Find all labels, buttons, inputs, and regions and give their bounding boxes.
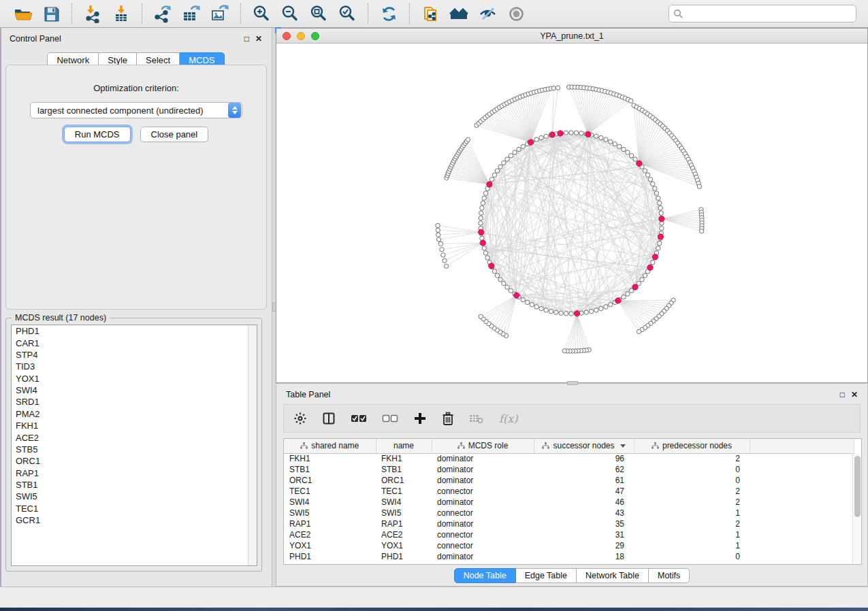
- mcds-result-item[interactable]: GCR1: [12, 514, 257, 526]
- maximize-window-icon[interactable]: [311, 32, 319, 40]
- mcds-result-list[interactable]: PHD1CAR1STP4TID3YOX1SWI4SRD1PMA2FKH1ACE2…: [11, 325, 257, 566]
- column-header-shared-name[interactable]: shared name: [284, 439, 376, 453]
- table-panel: Table Panel □ ✕: [276, 383, 868, 587]
- close-panel-button[interactable]: Close panel: [140, 127, 209, 142]
- mcds-result-item[interactable]: PMA2: [12, 408, 257, 420]
- window-left-edge: [0, 28, 1, 608]
- tab-node-table[interactable]: Node Table: [454, 568, 516, 583]
- float-panel-icon[interactable]: □: [244, 35, 249, 43]
- hide-selected-icon[interactable]: [476, 2, 499, 25]
- zoom-selected-icon[interactable]: [336, 2, 359, 25]
- mcds-result-item[interactable]: ACE2: [12, 431, 257, 443]
- table-row[interactable]: PHD1PHD1dominator180: [284, 551, 854, 562]
- table-toolbar: f(x): [283, 404, 861, 433]
- table-row[interactable]: TEC1TEC1connector472: [284, 486, 854, 497]
- toolbar-separator: [142, 3, 142, 24]
- mcds-result-item[interactable]: SRD1: [12, 396, 257, 408]
- select-all-checkboxes-icon[interactable]: [351, 410, 367, 427]
- network-graph[interactable]: [276, 44, 867, 382]
- table-row[interactable]: SWI5SWI5connector431: [284, 508, 854, 518]
- node-table[interactable]: shared namenameMCDS rolesuccessor nodesp…: [283, 438, 862, 565]
- close-panel-icon[interactable]: ✕: [255, 35, 262, 43]
- mcds-result-item[interactable]: STP4: [12, 349, 257, 361]
- table-row[interactable]: FKH1FKH1dominator962: [284, 453, 854, 464]
- table-panel-title: Table Panel: [286, 390, 834, 399]
- toolbar-separator: [409, 3, 410, 24]
- table-row[interactable]: YOX1YOX1connector291: [284, 540, 854, 551]
- table-scrollbar-thumb[interactable]: [854, 456, 861, 517]
- table-row[interactable]: SWI4SWI4dominator462: [284, 497, 854, 508]
- table-row[interactable]: ORC1ORC1dominator610: [284, 475, 854, 486]
- column-header-empty[interactable]: [750, 439, 854, 453]
- search-input[interactable]: [686, 9, 852, 18]
- application-window: Control Panel □ ✕ NetworkStyleSelectMCDS…: [0, 0, 868, 611]
- neighbors-houses-icon[interactable]: [447, 2, 470, 25]
- column-header-predecessor-nodes[interactable]: predecessor nodes: [634, 439, 750, 453]
- open-icon[interactable]: [11, 2, 34, 25]
- add-column-icon[interactable]: [413, 410, 427, 427]
- search-field[interactable]: [669, 5, 856, 22]
- mcds-result-item[interactable]: FKH1: [12, 420, 257, 431]
- optimization-criterion-select[interactable]: largest connected component (undirected): [30, 102, 242, 118]
- import-table-icon[interactable]: [110, 2, 133, 25]
- tab-network-table[interactable]: Network Table: [577, 568, 649, 583]
- node-table-body: FKH1FKH1dominator962STB1STB1dominator620…: [284, 453, 854, 562]
- mcds-result-item[interactable]: CAR1: [12, 337, 257, 348]
- network-graph-canvas[interactable]: [276, 44, 867, 382]
- delete-icon[interactable]: [442, 410, 454, 427]
- column-header-name[interactable]: name: [376, 439, 432, 453]
- zoom-fit-icon[interactable]: [307, 2, 330, 25]
- mcds-result-title: MCDS result (17 nodes): [12, 313, 110, 323]
- mcds-result-item[interactable]: TID3: [12, 361, 257, 372]
- mcds-result-item[interactable]: YOX1: [12, 373, 257, 384]
- mcds-result-item[interactable]: SWI5: [12, 491, 257, 502]
- export-network-icon[interactable]: [151, 2, 174, 25]
- column-header-successor-nodes[interactable]: successor nodes: [534, 439, 634, 453]
- show-all-icon[interactable]: [504, 2, 528, 25]
- toolbar-separator: [240, 3, 241, 24]
- table-scrollbar[interactable]: [852, 454, 861, 565]
- unselect-all-checkboxes-icon[interactable]: [382, 410, 398, 427]
- document-share-icon[interactable]: [419, 2, 442, 25]
- function-builder-icon: f(x): [499, 410, 517, 427]
- horizontal-splitter-grip[interactable]: [567, 381, 578, 385]
- zoom-in-icon[interactable]: [250, 2, 273, 25]
- zoom-out-icon[interactable]: [278, 2, 302, 25]
- tab-edge-table[interactable]: Edge Table: [516, 568, 577, 583]
- table-row[interactable]: STB1STB1dominator620: [284, 464, 854, 475]
- close-window-icon[interactable]: [283, 32, 291, 40]
- result-list-scrollbar[interactable]: [248, 325, 257, 565]
- save-icon[interactable]: [39, 2, 63, 25]
- control-panel-title: Control Panel: [10, 34, 238, 44]
- network-titlebar[interactable]: YPA_prune.txt_1: [276, 29, 867, 44]
- optimization-criterion-label: Optimization criterion:: [6, 83, 266, 93]
- mcds-result-item[interactable]: ORC1: [12, 455, 257, 467]
- network-title: YPA_prune.txt_1: [276, 31, 867, 41]
- mcds-result-item[interactable]: STB5: [12, 444, 257, 455]
- minimize-window-icon[interactable]: [297, 32, 305, 40]
- export-image-icon[interactable]: [208, 2, 231, 25]
- mcds-result-item[interactable]: RAP1: [12, 467, 257, 479]
- mcds-result-item[interactable]: PHD1: [12, 325, 257, 337]
- table-row[interactable]: ACE2ACE2connector311: [284, 529, 854, 540]
- close-table-panel-icon[interactable]: ✕: [851, 391, 858, 399]
- mcds-result-item[interactable]: TEC1: [12, 503, 257, 514]
- settings-gear-icon[interactable]: [293, 410, 307, 427]
- tree-column-icon: [300, 441, 308, 450]
- import-network-icon[interactable]: [81, 2, 104, 25]
- select-stepper-icon: [228, 103, 241, 118]
- refresh-icon[interactable]: [377, 2, 400, 25]
- toolbar-separator: [368, 3, 368, 24]
- mcds-result-groupbox: MCDS result (17 nodes) PHD1CAR1STP4TID3Y…: [5, 318, 262, 572]
- mcds-result-item[interactable]: STB1: [12, 479, 257, 491]
- table-row[interactable]: RAP1RAP1dominator352: [284, 518, 854, 529]
- table-tabs: Node TableEdge TableNetwork TableMotifs: [276, 568, 867, 583]
- run-mcds-button[interactable]: Run MCDS: [64, 127, 131, 142]
- tab-motifs[interactable]: Motifs: [649, 568, 690, 583]
- mcds-result-item[interactable]: SWI4: [12, 384, 257, 396]
- column-header-MCDS-role[interactable]: MCDS role: [432, 439, 534, 453]
- node-table-header-row[interactable]: shared namenameMCDS rolesuccessor nodesp…: [284, 439, 854, 453]
- float-table-panel-icon[interactable]: □: [840, 391, 845, 399]
- column-split-icon[interactable]: [322, 410, 336, 427]
- export-table-icon[interactable]: [180, 2, 203, 25]
